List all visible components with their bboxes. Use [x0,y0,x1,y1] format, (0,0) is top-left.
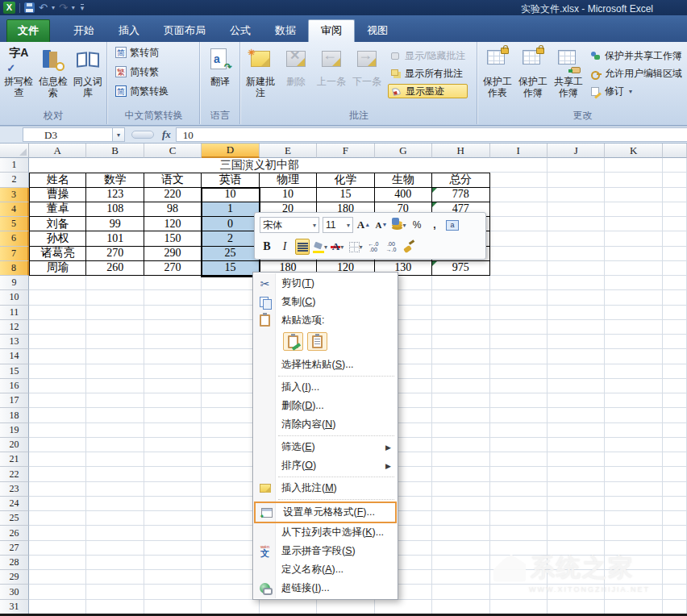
cell-K3[interactable] [605,188,662,202]
cell-I22[interactable] [490,467,548,481]
cell-H31[interactable] [432,600,489,614]
row-header-27[interactable]: 27 [0,541,29,556]
column-header-partial[interactable] [663,144,687,158]
excel-app-icon[interactable]: X [3,2,15,14]
protect-share-workbook-button[interactable]: 保护并共享工作簿 [588,48,685,63]
cell-I17[interactable] [490,393,548,408]
cell-J8[interactable] [548,261,605,276]
cell-C5[interactable]: 120 [144,217,202,231]
cell-H23[interactable] [432,482,489,497]
cell-A4[interactable]: 董卓 [29,202,86,217]
cell-C28[interactable] [144,556,202,570]
cell-J9[interactable] [548,276,605,290]
cell-L24[interactable] [663,497,687,511]
tab-formulas[interactable]: 公式 [218,20,263,42]
cell-K17[interactable] [605,393,662,408]
cell-D21[interactable] [202,452,259,467]
accounting-format-button[interactable]: ▾ [392,217,406,233]
cell-D9[interactable] [202,276,259,290]
cell-D25[interactable] [202,511,259,526]
cell-H3[interactable]: 778 [432,188,489,202]
cell-H9[interactable] [432,276,489,290]
cell-C27[interactable] [144,541,202,556]
cell-B18[interactable] [86,408,144,422]
cell-K31[interactable] [605,600,662,614]
cell-H20[interactable] [432,438,489,452]
cell-B26[interactable] [86,526,144,540]
cell-E3[interactable]: 10 [260,188,317,202]
tab-review[interactable]: 审阅 [308,19,355,42]
cell-K28[interactable] [605,556,662,570]
cell-H17[interactable] [432,393,489,408]
cell-L13[interactable] [663,335,687,349]
cell-A8[interactable]: 周瑜 [29,261,86,276]
cell-D29[interactable] [202,570,259,585]
cell-L1[interactable] [663,158,687,173]
cell-B30[interactable] [86,585,144,599]
cell-H14[interactable] [432,349,489,364]
cell-D16[interactable] [202,379,259,393]
cell-A21[interactable] [29,452,86,467]
cell-I9[interactable] [490,276,548,290]
cell-I8[interactable] [490,261,548,276]
menu-item-paste-special[interactable]: 选择性粘贴(S)... [254,356,397,374]
cell-J2[interactable] [548,173,605,187]
cell-K1[interactable] [605,158,662,173]
cell-D20[interactable] [202,438,259,452]
tab-home[interactable]: 开始 [61,20,106,42]
row-header-12[interactable]: 12 [0,320,29,335]
cell-A31[interactable] [29,600,86,614]
cell-I21[interactable] [490,452,548,467]
cell-I26[interactable] [490,526,548,540]
menu-item-show-phonetic[interactable]: wén文显示拼音字段(S) [254,542,397,560]
cell-B28[interactable] [86,556,144,570]
cell-C14[interactable] [144,349,202,364]
cell-J14[interactable] [548,349,605,364]
cell-J19[interactable] [548,423,605,438]
cell-K9[interactable] [605,276,662,290]
cell-D15[interactable] [202,364,259,379]
cell-H8[interactable]: 975 [432,261,489,276]
cell-I19[interactable] [490,423,548,438]
cell-H30[interactable] [432,585,489,599]
cell-A17[interactable] [29,393,86,408]
cell-K2[interactable] [605,173,662,187]
cell-J18[interactable] [548,408,605,422]
cell-K23[interactable] [605,482,662,497]
cell-B12[interactable] [86,320,144,335]
cell-D10[interactable] [202,290,259,305]
menu-item-filter[interactable]: 筛选(E)▶ [254,438,397,456]
cell-C16[interactable] [144,379,202,393]
cell-A3[interactable]: 曹操 [29,188,86,202]
cell-L8[interactable] [663,261,687,276]
cell-L16[interactable] [663,379,687,393]
cell-B4[interactable]: 108 [86,202,144,217]
cell-K16[interactable] [605,379,662,393]
tab-data[interactable]: 数据 [263,20,308,42]
cell-L11[interactable] [663,306,687,320]
tab-insert[interactable]: 插入 [106,20,152,42]
cell-I5[interactable] [490,217,548,231]
cell-J17[interactable] [548,393,605,408]
fill-color-button[interactable]: ▾ [313,239,327,255]
cell-B6[interactable]: 101 [86,231,144,246]
row-header-8[interactable]: 8 [0,261,29,276]
cell-F2[interactable]: 化学 [317,173,374,187]
cell-H21[interactable] [432,452,489,467]
cell-H10[interactable] [432,290,489,305]
cell-K10[interactable] [605,290,662,305]
row-header-19[interactable]: 19 [0,423,29,438]
cell-B2[interactable]: 数学 [86,173,144,187]
column-header-J[interactable]: J [548,144,605,158]
cell-D12[interactable] [202,320,259,335]
center-align-button[interactable] [295,239,310,255]
trad-to-simp-button[interactable]: 简 繁转简 [113,45,198,60]
cell-D5[interactable]: 0 [202,217,259,231]
cell-L29[interactable] [663,570,687,585]
comma-style-button[interactable]: , [427,217,442,233]
cell-J24[interactable] [548,497,605,511]
menu-item-hyperlink[interactable]: 超链接(I)... [254,579,397,597]
cell-A18[interactable] [29,408,86,422]
row-header-21[interactable]: 21 [0,452,29,467]
protect-sheet-button[interactable]: 保护工作表 [480,45,515,98]
